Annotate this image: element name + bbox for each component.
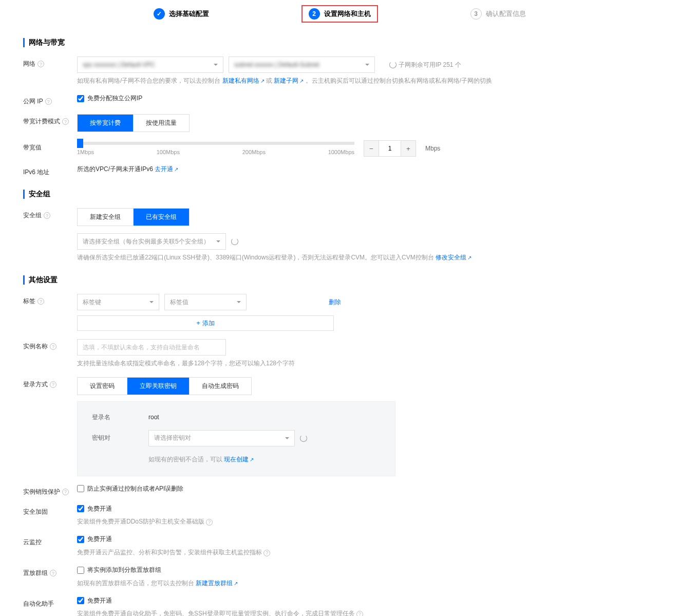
login-label: 登录方式 [23, 380, 48, 389]
placement-cb-label: 将实例添加到分散置放群组 [87, 566, 161, 574]
slider-tick: 1000Mbps [328, 149, 354, 155]
monitor-cb-label: 免费开通 [87, 535, 112, 544]
destroy-cb-label: 防止实例通过控制台或者API误删除 [87, 484, 183, 493]
login-tab-password[interactable]: 设置密码 [78, 378, 127, 395]
new-subnet-link[interactable]: 新建子网 [274, 77, 304, 84]
slider-tick: 200Mbps [242, 149, 266, 155]
publicip-label: 公网 IP [23, 97, 43, 106]
create-keypair-link[interactable]: 现在创建 [224, 456, 254, 463]
step-1-label: 选择基础配置 [169, 9, 209, 18]
stepper-plus-button[interactable]: + [401, 141, 416, 156]
help-icon[interactable]: ? [37, 298, 44, 305]
check-icon: ✓ [154, 8, 165, 20]
help-icon[interactable]: ? [50, 381, 56, 388]
section-network-title: 网络与带宽 [23, 38, 656, 47]
monitor-label: 云监控 [23, 538, 42, 547]
tag-value-select[interactable]: 标签值 [164, 294, 247, 310]
help-icon[interactable]: ? [356, 611, 363, 616]
network-label: 网络 [23, 60, 35, 68]
bandwidth-unit: Mbps [425, 145, 440, 152]
security-checkbox[interactable]: 免费开通 [77, 505, 112, 513]
bwmode-tab-bandwidth[interactable]: 按带宽计费 [78, 115, 134, 132]
subnet-select[interactable]: subnet-xxxxxx | Default-Subnet [229, 57, 375, 73]
instname-hint: 支持批量连续命名或指定模式串命名，最多128个字符，您还可以输入128个字符 [77, 359, 656, 368]
step-indicator: ✓ 选择基础配置 2 设置网络和主机 3 确认配置信息 [23, 5, 656, 23]
bwval-label: 带宽值 [23, 143, 42, 152]
security-cb-label: 免费开通 [87, 505, 112, 513]
bwmode-tab-traffic[interactable]: 按使用流量 [134, 115, 189, 132]
refresh-icon[interactable] [389, 61, 397, 68]
subnet-remaining: 子网剩余可用IP 251 个 [399, 61, 461, 69]
login-user-label: 登录名 [92, 413, 148, 422]
security-label: 安全加固 [23, 508, 48, 516]
help-icon[interactable]: ? [62, 489, 69, 495]
step-3[interactable]: 3 确认配置信息 [470, 5, 526, 23]
modify-sg-link[interactable]: 修改安全组 [436, 254, 471, 261]
slider-tick: 1Mbps [77, 149, 94, 155]
placement-hint: 如现有的置放群组不合适，您可以去控制台 [77, 580, 196, 587]
new-vpc-link[interactable]: 新建私有网络 [222, 77, 265, 84]
sg-tab-existing[interactable]: 已有安全组 [134, 209, 189, 226]
refresh-icon[interactable] [300, 435, 307, 442]
automation-hint: 安装组件免费开通自动化助手，免密码、免SSH登录即可批量管理实例、执行命令，完成… [77, 610, 356, 616]
monitor-checkbox[interactable]: 免费开通 [77, 535, 112, 544]
help-icon[interactable]: ? [263, 550, 270, 556]
help-icon[interactable]: ? [62, 118, 69, 125]
help-icon[interactable]: ? [206, 519, 213, 526]
step-2-label: 设置网络和主机 [324, 9, 371, 18]
tag-key-select[interactable]: 标签键 [77, 294, 159, 310]
keypair-select[interactable]: 请选择密钥对 [148, 430, 295, 446]
add-tag-button[interactable]: +添加 [77, 315, 334, 331]
instname-label: 实例名称 [23, 342, 48, 351]
step-3-label: 确认配置信息 [486, 9, 526, 18]
login-panel: 登录名 root 密钥对 请选择密钥对 如现有的密钥不合适，可以 现在创建 [77, 401, 395, 476]
slider-tick: 100Mbps [157, 149, 180, 155]
refresh-icon[interactable] [231, 238, 238, 245]
bandwidth-slider[interactable]: 1Mbps 100Mbps 200Mbps 1000Mbps [77, 142, 354, 155]
login-tab-auto[interactable]: 自动生成密码 [190, 378, 251, 395]
destroy-label: 实例销毁保护 [23, 488, 60, 496]
automation-cb-label: 免费开通 [87, 596, 112, 605]
step-1[interactable]: ✓ 选择基础配置 [154, 5, 209, 23]
tags-label: 标签 [23, 297, 35, 306]
network-hint-2: 。云主机购买后可以通过控制台切换私有网络或私有网络/子网的切换 [306, 77, 492, 84]
stepper-minus-button[interactable]: − [364, 141, 379, 156]
tag-delete-link[interactable]: 删除 [329, 298, 341, 307]
step-2-num: 2 [309, 8, 320, 20]
help-icon[interactable]: ? [50, 570, 56, 576]
network-hint-mid: 或 [266, 77, 274, 84]
help-icon[interactable]: ? [37, 61, 44, 67]
section-other-title: 其他设置 [23, 275, 656, 285]
bandwidth-input[interactable] [379, 141, 401, 156]
instance-name-input[interactable] [77, 339, 226, 356]
new-placement-link[interactable]: 新建置放群组 [196, 580, 238, 587]
placement-label: 置放群组 [23, 569, 48, 577]
help-icon[interactable]: ? [45, 98, 52, 105]
publicip-checkbox[interactable]: 免费分配独立公网IP [77, 94, 142, 103]
security-hint: 安装组件免费开通DDoS防护和主机安全基础版 [77, 518, 206, 525]
help-icon[interactable]: ? [44, 212, 50, 219]
automation-checkbox[interactable]: 免费开通 [77, 596, 112, 605]
section-sg-title: 安全组 [23, 190, 656, 199]
step-2[interactable]: 2 设置网络和主机 [301, 5, 378, 23]
sg-select[interactable]: 请选择安全组（每台实例最多关联5个安全组） [77, 233, 226, 250]
login-key-label: 密钥对 [92, 434, 148, 442]
automation-label: 自动化助手 [23, 600, 54, 608]
monitor-hint: 免费开通云产品监控、分析和实时告警，安装组件获取主机监控指标 [77, 549, 263, 556]
help-icon[interactable]: ? [50, 343, 56, 350]
vpc-select[interactable]: vpc-xxxxxxx | Default-VPC [77, 57, 223, 73]
ipv6-enable-link[interactable]: 去开通 [155, 165, 178, 173]
login-tab-key[interactable]: 立即关联密钥 [127, 378, 190, 395]
bwmode-label: 带宽计费模式 [23, 117, 60, 126]
sg-hint: 请确保所选安全组已放通22端口(Linux SSH登录)、3389端口(Wind… [77, 254, 436, 261]
publicip-cb-label: 免费分配独立公网IP [87, 94, 142, 103]
destroy-protect-checkbox[interactable]: 防止实例通过控制台或者API误删除 [77, 484, 183, 493]
ipv6-text: 所选的VPC/子网未开通IPv6 [77, 165, 155, 173]
plus-icon: + [196, 320, 200, 327]
network-hint-1: 如现有私有网络/子网不符合您的要求，可以去控制台 [77, 77, 222, 84]
placement-checkbox[interactable]: 将实例添加到分散置放群组 [77, 566, 161, 574]
login-user-value: root [148, 414, 159, 421]
sg-tab-new[interactable]: 新建安全组 [78, 209, 134, 226]
bandwidth-stepper[interactable]: − + [364, 140, 416, 157]
ipv6-label: IPv6 地址 [23, 168, 49, 177]
